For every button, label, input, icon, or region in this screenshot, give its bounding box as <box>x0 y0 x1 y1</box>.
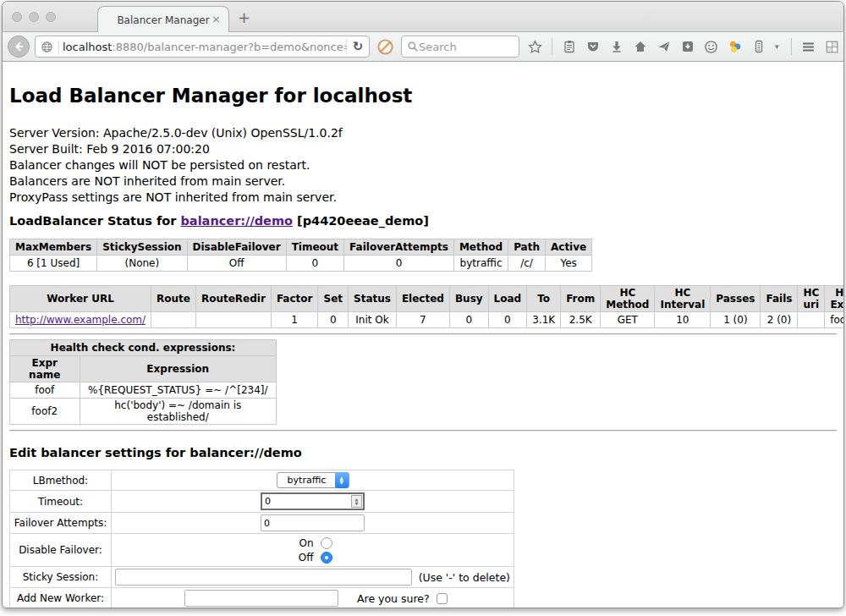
color-palette-icon[interactable] <box>728 40 742 54</box>
home-icon[interactable] <box>633 40 647 54</box>
menu-hamburger-icon[interactable] <box>801 40 816 54</box>
inherit-warning-line: Balancers are NOT inherited from main se… <box>9 173 837 190</box>
disable-failover-on-radio[interactable] <box>321 537 332 549</box>
timeout-input-wrap: ▲▼ <box>261 492 365 510</box>
feedback-smiley-icon[interactable] <box>704 40 718 54</box>
search-icon <box>407 41 419 52</box>
globe-icon <box>36 41 59 53</box>
failover-attempts-label: Failover Attempts: <box>10 513 112 534</box>
tab-balancer-manager[interactable]: Balancer Manager × <box>97 6 229 33</box>
server-info: Server Version: Apache/2.5.0-dev (Unix) … <box>9 125 837 206</box>
lbmethod-select[interactable]: bytraffic ▲▼ <box>277 472 349 488</box>
reload-icon[interactable]: ↻ <box>347 39 369 54</box>
select-stepper-icon: ▲▼ <box>335 472 349 488</box>
search-input[interactable] <box>419 41 503 53</box>
content-blocker-icon[interactable] <box>376 38 394 56</box>
url-text[interactable]: localhost:8880/balancer-manager?b=demo&n… <box>59 41 346 53</box>
zoom-window-button[interactable] <box>46 12 56 22</box>
sticky-session-label: Sticky Session: <box>10 567 112 588</box>
persist-warning-line: Balancer changes will NOT be persisted o… <box>9 157 837 173</box>
health-table-title: Health check cond. expressions: <box>10 340 277 356</box>
clipboard-icon[interactable] <box>562 40 576 54</box>
disable-failover-off-radio[interactable] <box>321 552 332 564</box>
balancer-settings-form: LBmethod: bytraffic ▲▼ Timeout: ▲▼ <box>9 470 514 608</box>
downloads-icon[interactable] <box>609 40 624 54</box>
balancer-data-row: 6 [1 Used] (None) Off 0 0 bytraffic /c/ … <box>10 256 592 272</box>
new-tab-button[interactable]: + <box>238 8 250 26</box>
timeout-input[interactable] <box>262 496 347 507</box>
add-new-worker-input[interactable] <box>184 590 338 607</box>
close-window-button[interactable] <box>12 12 22 22</box>
url-path: :8880/balancer-manager?b=demo&nonce=decc… <box>112 41 346 53</box>
search-bar[interactable] <box>401 36 519 58</box>
bookmark-star-icon[interactable] <box>528 40 542 54</box>
chevron-down-icon[interactable]: ▾ <box>775 42 782 51</box>
worker-data-row: http://www.example.com/ 1 0 Init Ok 7 0 … <box>10 312 844 328</box>
url-bar[interactable]: localhost:8880/balancer-manager?b=demo&n… <box>35 36 370 58</box>
health-row-foof2: foof2 hc('body') =~ /domain is establish… <box>10 399 277 425</box>
worker-table: Worker URL Route RouteRedir Factor Set S… <box>9 285 843 328</box>
navigation-toolbar: localhost:8880/balancer-manager?b=demo&n… <box>3 32 843 62</box>
send-icon[interactable] <box>656 40 671 54</box>
radio-on-label: On <box>294 537 314 549</box>
tab-title: Balancer Manager <box>117 14 209 26</box>
page-content: Load Balancer Manager for localhost Serv… <box>3 62 843 608</box>
url-domain: localhost <box>63 41 112 53</box>
minimize-window-button[interactable] <box>29 12 39 22</box>
browser-window: Balancer Manager × + localhost:8880/bala… <box>2 1 844 608</box>
back-arrow-icon <box>13 41 25 52</box>
lbmethod-label: LBmethod: <box>10 470 112 491</box>
save-to-device-icon[interactable] <box>680 40 695 54</box>
are-you-sure-checkbox[interactable] <box>437 593 448 604</box>
tab-groups-icon[interactable] <box>825 40 839 54</box>
server-built-line: Server Built: Feb 9 2016 07:00:20 <box>9 141 837 157</box>
are-you-sure-label: Are you sure? <box>357 592 430 605</box>
edit-settings-heading: Edit balancer settings for balancer://de… <box>9 446 837 459</box>
server-version-line: Server Version: Apache/2.5.0-dev (Unix) … <box>9 125 837 141</box>
failover-attempts-input[interactable] <box>261 514 365 531</box>
balancer-status-table: MaxMembers StickySession DisableFailover… <box>9 239 592 272</box>
tab-close-icon[interactable]: × <box>212 13 221 26</box>
notes-list-icon[interactable] <box>751 40 766 54</box>
sticky-session-input[interactable] <box>115 569 412 586</box>
timeout-label: Timeout: <box>10 491 112 513</box>
disable-failover-label: Disable Failover: <box>10 534 112 567</box>
divider <box>9 333 837 335</box>
loadbalancer-status-heading: LoadBalancer Status for balancer://demo … <box>9 214 837 228</box>
toolbar-icons: ▾ <box>528 38 839 55</box>
health-check-table: Health check cond. expressions: Expr nam… <box>9 339 277 425</box>
screenshot: Balancer Manager × + localhost:8880/bala… <box>0 0 846 616</box>
number-spinner-icon[interactable]: ▲▼ <box>351 495 362 508</box>
divider <box>9 430 837 432</box>
balancer-demo-link[interactable]: balancer://demo <box>180 214 293 228</box>
worker-header-row: Worker URL Route RouteRedir Factor Set S… <box>10 286 844 312</box>
back-button[interactable] <box>8 36 30 58</box>
pocket-icon[interactable] <box>585 40 600 54</box>
worker-url-link[interactable]: http://www.example.com/ <box>15 314 146 326</box>
balancer-header-row: MaxMembers StickySession DisableFailover… <box>10 239 592 256</box>
titlebar: Balancer Manager × + <box>3 2 843 32</box>
proxypass-warning-line: ProxyPass settings are NOT inherited fro… <box>9 190 837 206</box>
sticky-session-hint: (Use '-' to delete) <box>419 571 510 584</box>
health-row-foof: foof %{REQUEST_STATUS} =~ /^[234]/ <box>10 382 277 399</box>
radio-off-label: Off <box>294 552 314 564</box>
add-new-worker-label: Add New Worker: <box>10 588 112 608</box>
page-title: Load Balancer Manager for localhost <box>9 62 837 107</box>
